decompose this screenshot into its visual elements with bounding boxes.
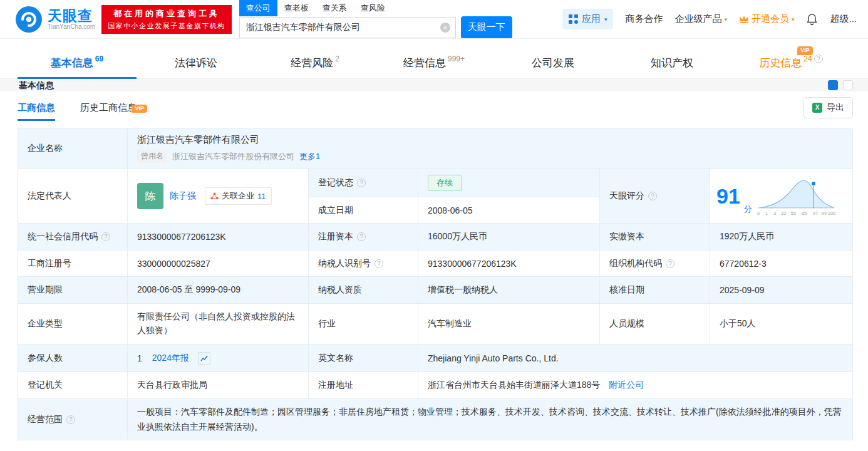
- business-scope-label: 经营范围 ?: [18, 399, 128, 440]
- taxpayer-id-label: 纳税人识别号 ?: [309, 251, 418, 277]
- search-button[interactable]: 天眼一下: [461, 16, 512, 39]
- tab-legal-proceedings[interactable]: 法律诉讼: [137, 48, 256, 78]
- business-term-value: 2008-06-05 至 9999-09-09: [128, 277, 309, 304]
- approval-date-value: 2025-09-09: [710, 277, 853, 304]
- company-name-value: 浙江银吉汽车零部件有限公司 曾用名 浙江银吉汽车零部件股份有限公司 更多1: [128, 128, 853, 169]
- menu-enterprise[interactable]: 企业级产品 ▾: [674, 13, 727, 25]
- help-icon[interactable]: ?: [814, 54, 823, 63]
- network-icon: [210, 192, 219, 200]
- tab-label: 历史信息: [759, 56, 802, 70]
- related-companies-label: 关联企业: [222, 190, 254, 202]
- search-tab-relation[interactable]: 查关系: [316, 0, 354, 16]
- avatar[interactable]: 陈: [137, 183, 163, 209]
- menu-super-vip[interactable]: 超级...: [830, 13, 857, 25]
- tab-label: 经营信息: [403, 56, 446, 70]
- svg-text:85: 85: [802, 210, 807, 216]
- legal-rep-value: 陈 陈子强 关联企业 11: [128, 169, 309, 224]
- line-chart-icon: [200, 355, 208, 362]
- svg-text:3: 3: [773, 210, 776, 216]
- staff-size-value: 小于50人: [710, 304, 853, 345]
- subtab-bar: 工商信息 VIP 历史工商信息 X 导出: [0, 91, 868, 124]
- tianyancha-logo[interactable]: 天眼查 TianYanCha.com: [15, 6, 95, 33]
- subtab-history-registration[interactable]: VIP 历史工商信息: [80, 91, 137, 124]
- toolbar-icon[interactable]: [828, 80, 838, 90]
- apps-menu[interactable]: 应用 ▾: [562, 9, 614, 29]
- org-code-label: 组织机构代码 ?: [600, 251, 710, 277]
- help-icon[interactable]: ?: [66, 415, 75, 424]
- menu-cooperation[interactable]: 商务合作: [625, 13, 663, 25]
- registration-authority-label: 登记机关: [18, 372, 128, 399]
- promo-line1: 都在用的商业查询工具: [108, 8, 225, 19]
- top-header: 天眼查 TianYanCha.com 都在用的商业查询工具 国家中小企业发展子基…: [0, 0, 868, 39]
- help-icon[interactable]: ?: [648, 192, 657, 200]
- status-value: 存续: [418, 169, 600, 197]
- export-button[interactable]: X 导出: [803, 97, 853, 118]
- tab-count: 24: [803, 54, 812, 63]
- vip-badge: VIP: [132, 105, 147, 113]
- svg-text:50: 50: [791, 210, 796, 216]
- help-icon[interactable]: ?: [357, 179, 366, 187]
- notification-bell[interactable]: [806, 13, 818, 26]
- clear-icon[interactable]: ×: [440, 23, 450, 33]
- menu-vip[interactable]: 开通会员 ▾: [739, 13, 795, 25]
- english-name-label: 英文名称: [309, 345, 418, 372]
- toolbar-icon[interactable]: [843, 80, 853, 90]
- related-companies-button[interactable]: 关联企业 11: [205, 187, 272, 205]
- help-icon[interactable]: ?: [101, 232, 110, 241]
- search-area: 查公司 查老板 查关系 查风险 × 天眼一下: [239, 0, 512, 39]
- score-value: 91 分 0 1 3 10 50 85 97 99 100: [710, 169, 853, 224]
- registration-authority-value: 天台县行政审批局: [128, 372, 309, 399]
- registered-capital-value: 16000万人民币: [418, 224, 600, 251]
- score-label: 天眼评分 ?: [600, 169, 710, 224]
- legal-rep-link[interactable]: 陈子强: [170, 190, 196, 202]
- tab-label: 法律诉讼: [175, 56, 217, 70]
- established-label: 成立日期: [309, 197, 418, 224]
- logo-eye-icon: [15, 6, 43, 33]
- tab-operation-risk[interactable]: 经营风险 2: [256, 48, 375, 78]
- help-icon[interactable]: ?: [375, 259, 383, 268]
- search-tab-boss[interactable]: 查老板: [277, 0, 316, 16]
- logo-text-cn: 天眼查: [48, 8, 95, 23]
- company-name: 浙江银吉汽车零部件有限公司: [137, 134, 259, 146]
- industry-label: 行业: [309, 304, 418, 345]
- svg-text:1: 1: [765, 210, 768, 216]
- enterprise-label: 企业级产品: [674, 13, 721, 25]
- svg-text:97: 97: [813, 210, 818, 216]
- registered-address-value: 浙江省台州市天台县始丰街道丽泽大道188号 附近公司: [418, 372, 853, 399]
- search-tabs: 查公司 查老板 查关系 查风险: [239, 0, 512, 16]
- search-input[interactable]: [240, 23, 440, 33]
- related-companies-count: 11: [257, 192, 266, 201]
- crown-icon: [739, 15, 749, 23]
- tab-company-development[interactable]: 公司发展: [493, 48, 612, 78]
- annual-report-link[interactable]: 2024年报: [152, 353, 189, 364]
- trend-chart-button[interactable]: [198, 352, 210, 365]
- tab-intellectual-property[interactable]: 知识产权: [612, 48, 731, 78]
- tab-basic-info[interactable]: 基本信息 69: [18, 48, 137, 78]
- company-type-label: 企业类型: [18, 304, 128, 345]
- registered-capital-label: 注册资本 ?: [309, 224, 418, 251]
- nearby-companies-link[interactable]: 附近公司: [609, 380, 644, 391]
- approval-date-label: 核准日期: [600, 277, 710, 304]
- header-menu: 应用 ▾ 商务合作 企业级产品 ▾ 开通会员 ▾ 超级...: [562, 9, 857, 29]
- help-icon[interactable]: ?: [357, 232, 366, 241]
- tab-business-info[interactable]: 经营信息 999+: [375, 48, 493, 78]
- business-term-label: 营业期限: [18, 277, 128, 304]
- caret-down-icon: ▾: [792, 16, 795, 23]
- excel-icon: X: [812, 103, 822, 113]
- search-tab-company[interactable]: 查公司: [239, 0, 277, 16]
- more-link[interactable]: 更多1: [299, 151, 320, 162]
- export-label: 导出: [827, 102, 844, 113]
- svg-text:10: 10: [781, 210, 786, 216]
- score-number: 91: [716, 185, 740, 207]
- score-curve-chart: 0 1 3 10 50 85 97 99 100: [756, 175, 836, 217]
- tab-history-info[interactable]: VIP 历史信息 24 ?: [731, 48, 850, 78]
- svg-text:99: 99: [822, 210, 827, 216]
- help-icon[interactable]: ?: [666, 259, 674, 268]
- logo-text-en: TianYanCha.com: [48, 23, 95, 30]
- english-name-value: Zhejiang Yinji Auto Parts Co., Ltd.: [418, 345, 853, 372]
- subtab-label: 历史工商信息: [80, 102, 137, 114]
- company-type-value: 有限责任公司（非自然人投资或控股的法人独资）: [128, 304, 309, 345]
- search-tab-risk[interactable]: 查风险: [354, 0, 392, 16]
- subtab-business-registration[interactable]: 工商信息: [18, 91, 55, 124]
- registered-address-label: 注册地址: [309, 372, 418, 399]
